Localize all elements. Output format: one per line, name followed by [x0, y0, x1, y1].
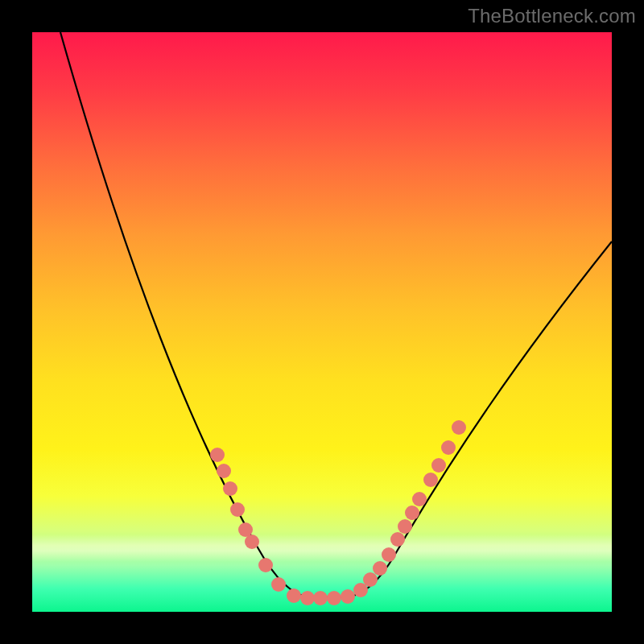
data-marker: [382, 547, 396, 562]
data-marker: [373, 561, 387, 576]
data-marker: [363, 572, 378, 587]
data-marker: [245, 535, 259, 549]
data-marker: [271, 577, 286, 592]
curve-layer: [32, 32, 612, 612]
data-marker: [412, 492, 427, 506]
data-marker: [423, 473, 438, 487]
data-marker: [258, 558, 273, 572]
bottleneck-curve: [60, 32, 612, 597]
data-marker: [230, 502, 245, 517]
plot-area: [32, 32, 612, 612]
data-marker: [287, 588, 301, 603]
data-marker: [313, 591, 328, 605]
data-marker: [452, 420, 466, 435]
data-marker: [300, 591, 315, 605]
watermark-text: TheBottleneck.com: [468, 5, 636, 27]
marker-group: [210, 420, 466, 605]
data-marker: [223, 481, 237, 496]
data-marker: [327, 591, 341, 605]
chart-frame: TheBottleneck.com: [0, 0, 644, 644]
data-marker: [390, 532, 405, 547]
data-marker: [398, 519, 412, 534]
data-marker: [431, 458, 446, 473]
data-marker: [217, 464, 231, 478]
data-marker: [405, 506, 419, 520]
data-marker: [441, 440, 456, 455]
data-marker: [210, 448, 225, 462]
data-marker: [341, 589, 355, 604]
